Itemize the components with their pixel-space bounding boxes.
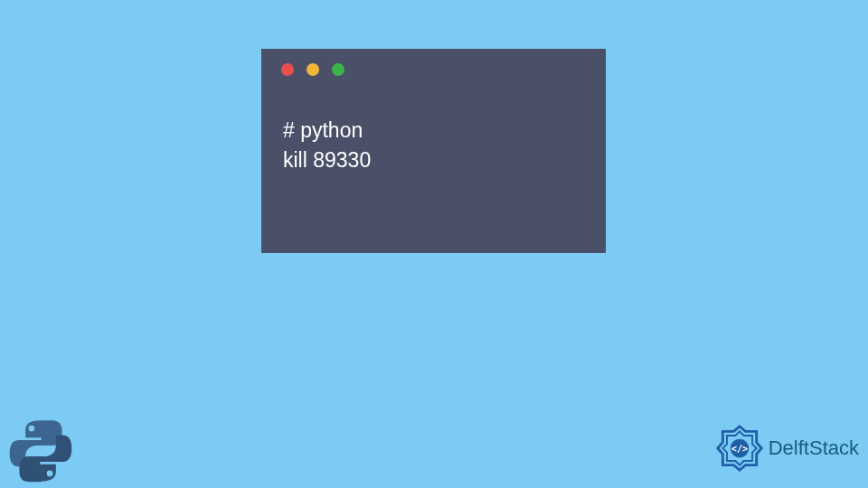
python-logo-icon — [7, 418, 74, 484]
svg-text:</>: </> — [731, 443, 748, 454]
minimize-icon — [307, 63, 319, 76]
delftstack-badge-icon: </> — [714, 423, 765, 474]
traffic-lights — [261, 49, 606, 90]
code-line-2: kill 89330 — [283, 145, 584, 175]
delftstack-label: DelftStack — [769, 436, 859, 460]
code-block: # python kill 89330 — [261, 90, 606, 176]
code-line-1: # python — [283, 116, 584, 145]
svg-point-1 — [47, 471, 53, 477]
close-icon — [281, 63, 294, 76]
terminal-window: # python kill 89330 — [261, 49, 606, 253]
svg-point-0 — [29, 426, 35, 432]
maximize-icon — [332, 63, 344, 76]
delftstack-brand: </> DelftStack — [714, 423, 859, 474]
